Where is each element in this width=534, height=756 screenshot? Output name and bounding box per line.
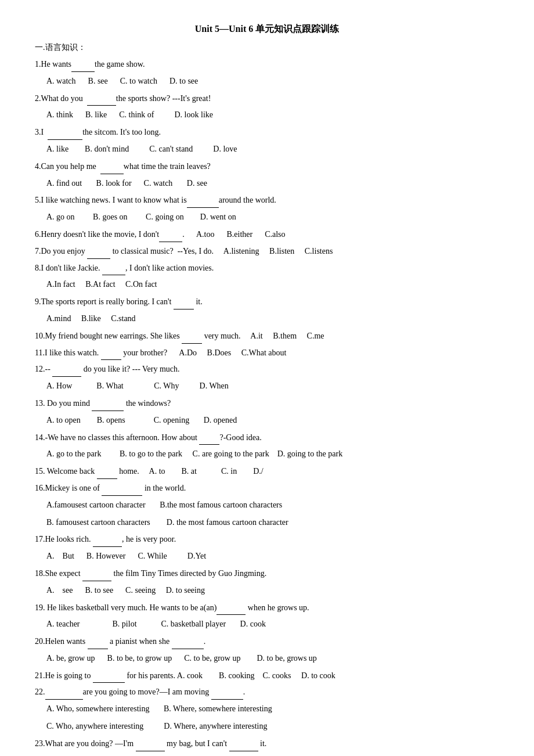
question-16: 16.Mickey is one of in the world. [35,481,499,496]
options-13: A. to open B. opens C. opening D. opened [46,413,499,427]
options-4: A. find out B. look for C. watch D. see [46,177,499,190]
question-18: 18.She expect the film Tiny Times direct… [35,567,499,581]
options-16a: A.famousest cartoon character B.the most… [46,498,499,512]
question-17: 17.He looks rich. , he is very poor. [35,532,499,547]
question-8: 8.I don't like Jackie. , I don't like ac… [35,261,499,276]
options-20: A. be, grow up B. to be, to grow up C. t… [46,651,499,665]
options-3: A. like B. don't mind C. can't stand D. … [46,142,499,156]
page-title: Unit 5—Unit 6 单元知识点跟踪训练 [35,23,499,35]
question-9: 9.The sports report is really boring. I … [35,295,499,309]
question-2: 2.What do you the sports show? ---It's g… [35,92,499,106]
question-12: 12.-- do you like it? --- Very much. [35,362,499,377]
question-11: 11.I like this watch. your brother? A.Do… [35,346,499,361]
options-19: A. teacher B. pilot C. basketball player… [46,617,499,631]
options-5: A. go on B. goes on C. going on D. went … [46,210,499,224]
question-19: 19. He likes basketball very much. He wa… [35,601,499,615]
options-8: A.In fact B.At fact C.On fact [46,278,499,291]
options-1: A. watch B. see C. to watch D. to see [46,74,499,88]
options-22b: C. Who, anywhere interesting D. Where, a… [46,719,499,733]
options-12: A. How B. What C. Why D. When [46,379,499,393]
question-23: 23.What are you doing? —I'm my bag, but … [35,737,499,751]
options-22a: A. Who, somewhere interesting B. Where, … [46,702,499,716]
question-10: 10.My friend bought new earrings. She li… [35,329,499,344]
question-13: 13. Do you mind the windows? [35,397,499,411]
options-18: A. see B. to see C. seeing D. to seeing [46,584,499,597]
options-14: A. go to the park B. to go to the park C… [46,447,499,461]
options-23: A. looking for, look for B. looking for,… [46,754,499,756]
question-14: 14.-We have no classes this afternoon. H… [35,431,499,445]
section-header: 一.语言知识： [35,42,499,53]
options-2: A. think B. like C. think of D. look lik… [46,108,499,122]
question-1: 1.He wants the game show. [35,57,499,72]
options-17: A. But B. However C. While D.Yet [46,549,499,563]
options-16b: B. famousest cartoon characters D. the m… [46,516,499,530]
question-21: 21.He is going to for his parents. A. co… [35,669,499,683]
question-3: 3.I the sitcom. It's too long. [35,125,499,140]
options-9: A.mind B.like C.stand [46,312,499,326]
question-6: 6.Henry doesn't like the movie, I don't … [35,228,499,242]
question-15: 15. Welcome back home. A. to B. at C. in… [35,465,499,479]
question-5: 5.I like watching news. I want to know w… [35,193,499,208]
question-22: 22. are you going to move?—I am moving . [35,685,499,700]
question-20: 20.Helen wants a pianist when she . [35,635,499,649]
questions-container: 1.He wants the game show. A. watch B. se… [35,57,499,756]
question-7: 7.Do you enjoy to classical music? --Yes… [35,244,499,259]
question-4: 4.Can you help me what time the train le… [35,160,499,174]
